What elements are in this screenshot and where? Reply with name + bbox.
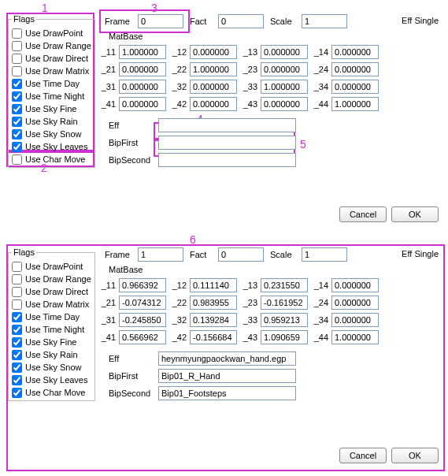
matrix-cell-input[interactable]	[119, 80, 166, 94]
matrix-cell-input[interactable]	[261, 45, 308, 59]
bipsecond-input[interactable]	[158, 153, 296, 167]
flag-checkbox[interactable]	[12, 363, 22, 373]
eff-label: Eff	[109, 354, 152, 363]
flag-checkbox[interactable]	[12, 54, 22, 64]
matrix-cell-input[interactable]	[331, 313, 379, 327]
ok-button[interactable]: OK	[391, 448, 439, 463]
cancel-button[interactable]: Cancel	[339, 448, 387, 463]
matrix-cell-input[interactable]	[119, 97, 166, 111]
flag-checkbox[interactable]	[12, 142, 22, 152]
matrix-cell-input[interactable]	[119, 45, 166, 59]
panel-title: Eff Single	[402, 16, 439, 25]
matrix-cell-label: _33	[240, 315, 257, 325]
flag-checkbox[interactable]	[12, 388, 22, 398]
bipfirst-input[interactable]	[158, 136, 296, 150]
matrix-cell-input[interactable]	[331, 45, 379, 59]
flag-row: Use Sky Leaves	[12, 140, 91, 153]
flag-checkbox[interactable]	[12, 274, 22, 284]
flag-checkbox[interactable]	[12, 41, 22, 51]
flag-row: Use Sky Snow	[12, 361, 91, 374]
matrix-cell-label: _44	[311, 99, 328, 109]
matrix-cell-input[interactable]	[331, 278, 379, 292]
panel-title: Eff Single	[402, 249, 439, 258]
flag-row: Use Draw Matrix	[12, 65, 91, 77]
matrix-cell-input[interactable]	[261, 278, 308, 292]
flag-row: Use Time Day	[12, 311, 91, 323]
matrix-cell-input[interactable]	[190, 330, 237, 344]
flags-fieldset: Flags Use DrawPointUse Draw RangeUse Dra…	[8, 14, 95, 168]
eff-label: Eff	[109, 121, 152, 130]
top-inputs: Frame Fact Scale	[105, 247, 347, 262]
fact-input[interactable]	[218, 14, 264, 28]
bipsecond-label: BipSecond	[109, 389, 152, 398]
bipfirst-label: BipFirst	[109, 371, 152, 381]
matrix-cell-input[interactable]	[331, 80, 379, 94]
flag-checkbox[interactable]	[12, 129, 22, 139]
flag-checkbox[interactable]	[12, 287, 22, 297]
matrix-cell-input[interactable]	[331, 330, 379, 344]
matrix-cell-input[interactable]	[190, 62, 237, 76]
bipsecond-label: BipSecond	[109, 155, 152, 165]
matbase-label: MatBase	[109, 265, 143, 274]
flag-checkbox[interactable]	[12, 375, 22, 385]
flag-row: Use Time Day	[12, 77, 91, 90]
matrix-cell-input[interactable]	[261, 313, 308, 327]
eff-single-panel-2: Eff Single Flags Use DrawPointUse Draw R…	[8, 247, 445, 468]
scale-input[interactable]	[302, 247, 347, 262]
matbase-matrix: _11_12_13_14_21_22_23_24_31_32_33_34_41_…	[98, 277, 379, 346]
matrix-cell-input[interactable]	[261, 80, 308, 94]
flag-checkbox[interactable]	[12, 104, 22, 114]
matrix-cell-input[interactable]	[190, 97, 237, 111]
flag-checkbox[interactable]	[12, 312, 22, 322]
flag-checkbox[interactable]	[12, 79, 22, 89]
flag-label: Use Sky Snow	[25, 363, 82, 372]
matrix-cell-input[interactable]	[190, 80, 237, 94]
matrix-cell-label: _13	[240, 281, 257, 290]
matrix-cell-input[interactable]	[119, 296, 166, 310]
matrix-cell-input[interactable]	[119, 278, 166, 292]
flag-checkbox[interactable]	[12, 66, 22, 76]
flag-checkbox[interactable]	[12, 154, 22, 165]
flag-checkbox[interactable]	[12, 299, 22, 310]
matrix-cell-input[interactable]	[190, 313, 237, 327]
flag-label: Use Time Day	[25, 79, 80, 88]
ok-button[interactable]: OK	[391, 206, 439, 222]
bipfirst-input[interactable]	[158, 369, 296, 383]
matrix-cell-input[interactable]	[190, 296, 237, 310]
matrix-cell-label: _41	[98, 99, 116, 109]
matbase-label: MatBase	[109, 32, 143, 41]
flag-label: Use Sky Leaves	[25, 142, 87, 151]
matrix-cell-input[interactable]	[119, 62, 166, 76]
matrix-cell-input[interactable]	[119, 313, 166, 327]
cancel-button[interactable]: Cancel	[339, 206, 387, 222]
flag-label: Use Time Day	[25, 312, 80, 322]
matrix-cell-input[interactable]	[261, 62, 308, 76]
flag-checkbox[interactable]	[12, 325, 22, 335]
eff-input[interactable]	[158, 118, 296, 132]
frame-input[interactable]	[138, 14, 183, 28]
eff-input[interactable]	[158, 351, 296, 366]
matrix-cell-input[interactable]	[331, 97, 379, 111]
matrix-cell-label: _32	[169, 82, 187, 91]
matrix-row: _21_22_23_24	[98, 61, 379, 78]
matrix-cell-input[interactable]	[119, 330, 166, 344]
matrix-cell-input[interactable]	[261, 296, 308, 310]
matrix-cell-input[interactable]	[331, 296, 379, 310]
matrix-cell-input[interactable]	[190, 278, 237, 292]
fact-input[interactable]	[218, 247, 264, 262]
flag-checkbox[interactable]	[12, 91, 22, 102]
scale-input[interactable]	[302, 14, 347, 28]
matrix-cell-input[interactable]	[261, 330, 308, 344]
matrix-cell-input[interactable]	[190, 45, 237, 59]
flag-checkbox[interactable]	[12, 350, 22, 360]
matrix-cell-input[interactable]	[261, 97, 308, 111]
frame-input[interactable]	[138, 247, 183, 262]
flag-checkbox[interactable]	[12, 337, 22, 348]
matrix-cell-label: _13	[240, 47, 257, 57]
flag-checkbox[interactable]	[12, 117, 22, 127]
matrix-cell-input[interactable]	[331, 62, 379, 76]
bipsecond-input[interactable]	[158, 386, 296, 400]
flag-checkbox[interactable]	[12, 262, 22, 272]
flag-checkbox[interactable]	[12, 28, 22, 39]
flag-label: Use Sky Fine	[25, 337, 76, 347]
